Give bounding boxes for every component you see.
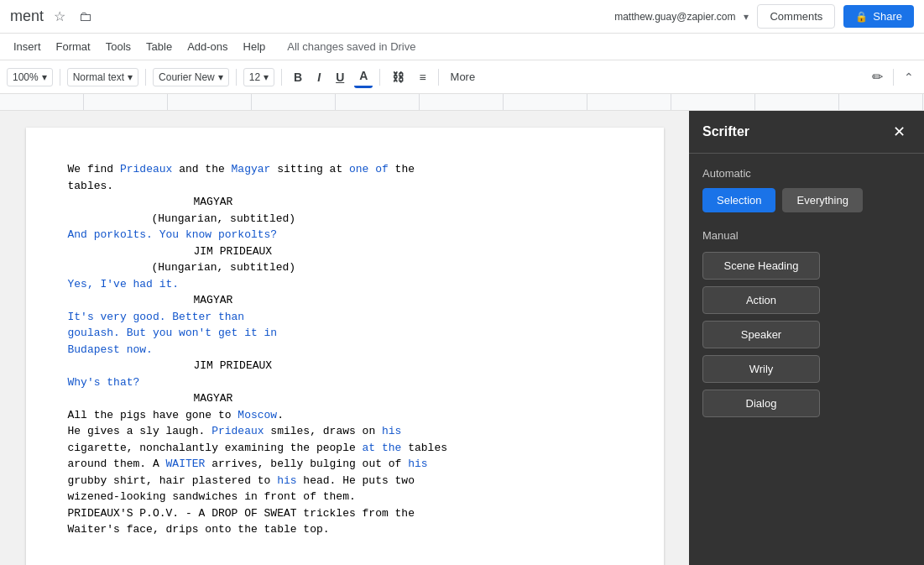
top-bar: ment ☆ 🗀 matthew.guay@zapier.com ▾ Comme… — [0, 0, 924, 34]
style-select[interactable]: Normal text ▾ — [67, 68, 138, 86]
doc-title: ment — [10, 8, 44, 25]
manual-buttons: Scene Heading Action Speaker Wrily Dialo… — [702, 252, 911, 417]
doc-line: (Hungarian, subtitled) — [152, 259, 622, 276]
folder-icon[interactable]: 🗀 — [76, 6, 96, 28]
doc-line: And porkolts. You know porkolts? — [68, 227, 622, 243]
top-bar-left: ment ☆ 🗀 — [10, 5, 96, 28]
doc-line: goulash. But you won't get it in — [68, 325, 622, 342]
sidebar-header: Scrifter ✕ — [689, 111, 924, 154]
doc-line: around them. A WAITER arrives, belly bul… — [68, 456, 622, 473]
doc-line: JIM PRIDEAUX — [194, 243, 622, 260]
menu-format[interactable]: Format — [50, 37, 97, 56]
automatic-label: Automatic — [702, 167, 911, 180]
doc-line: JIM PRIDEAUX — [194, 358, 622, 374]
sidebar-title: Scrifter — [702, 124, 749, 139]
ruler — [0, 94, 924, 111]
toolbar-divider-1 — [60, 69, 60, 86]
zoom-select[interactable]: 100% ▾ — [7, 68, 53, 86]
style-dropdown-icon: ▾ — [128, 71, 133, 83]
doc-line: wizened-looking sandwiches in front of t… — [68, 489, 622, 505]
doc-line: MAGYAR — [194, 390, 622, 407]
doc-line: tables. — [68, 178, 622, 195]
wrily-button[interactable]: Wrily — [702, 355, 820, 383]
everything-button[interactable]: Everything — [782, 188, 862, 212]
automatic-buttons: Selection Everything — [702, 188, 911, 212]
top-bar-right: matthew.guay@zapier.com ▾ Comments 🔒 Sha… — [614, 4, 914, 29]
toolbar-divider-5 — [379, 69, 380, 86]
doc-line: All the pigs have gone to Moscow. — [68, 407, 622, 424]
doc-line: MAGYAR — [194, 194, 622, 211]
selection-button[interactable]: Selection — [702, 188, 775, 212]
menu-addons[interactable]: Add-ons — [180, 37, 234, 56]
doc-line: (Hungarian, subtitled) — [152, 211, 622, 228]
font-dropdown-icon: ▾ — [218, 71, 223, 83]
pen-button[interactable]: ✏ — [869, 65, 886, 88]
share-label: Share — [873, 10, 902, 23]
size-dropdown-icon: ▾ — [264, 71, 269, 83]
underline-button[interactable]: U — [331, 67, 349, 87]
dropdown-icon: ▾ — [744, 11, 749, 23]
font-color-button[interactable]: A — [354, 65, 373, 88]
toolbar-divider-4 — [281, 69, 282, 86]
menu-table[interactable]: Table — [139, 37, 179, 56]
size-select[interactable]: 12 ▾ — [243, 68, 274, 86]
style-value: Normal text — [73, 71, 124, 83]
star-icon[interactable]: ☆ — [50, 5, 69, 28]
link-button[interactable]: ⛓ — [387, 67, 409, 87]
doc-line: Waiter's face, drips onto the table top. — [68, 521, 622, 538]
more-button[interactable]: More — [446, 67, 481, 86]
doc-line: Yes, I've had it. — [68, 276, 622, 293]
share-button[interactable]: 🔒 Share — [843, 5, 914, 28]
main-area: We find Prideaux and the Magyar sitting … — [0, 111, 924, 565]
doc-line: Why's that? — [68, 374, 622, 391]
doc-line: It's very good. Better than — [68, 309, 622, 326]
doc-line: PRIDEAUX'S P.O.V. - A DROP OF SWEAT tric… — [68, 505, 622, 522]
zoom-dropdown-icon: ▾ — [42, 71, 47, 83]
doc-line: grubby shirt, hair plastered to his head… — [68, 473, 622, 489]
manual-label: Manual — [702, 229, 911, 242]
doc-line: MAGYAR — [194, 292, 622, 309]
toolbar-divider-2 — [145, 69, 146, 86]
save-status: All changes saved in Drive — [287, 40, 415, 53]
toolbar-divider-6 — [438, 69, 439, 86]
user-email: matthew.guay@zapier.com — [614, 11, 735, 23]
dialog-button[interactable]: Dialog — [702, 390, 820, 417]
comments-button[interactable]: Comments — [757, 4, 835, 29]
zoom-value: 100% — [13, 71, 39, 83]
bold-button[interactable]: B — [289, 67, 307, 87]
menu-insert[interactable]: Insert — [7, 37, 48, 56]
sidebar-body: Automatic Selection Everything Manual Sc… — [689, 154, 924, 431]
menu-help[interactable]: Help — [237, 37, 273, 56]
menu-tools[interactable]: Tools — [99, 37, 138, 56]
toolbar-divider-7 — [893, 69, 894, 86]
sidebar-close-button[interactable]: ✕ — [888, 121, 911, 143]
doc-line: He gives a sly laugh. Prideaux smiles, d… — [68, 423, 622, 440]
lock-icon: 🔒 — [855, 11, 868, 23]
doc-line: We find Prideaux and the Magyar sitting … — [68, 161, 622, 178]
font-select[interactable]: Courier New ▾ — [153, 68, 229, 86]
document-area[interactable]: We find Prideaux and the Magyar sitting … — [0, 111, 689, 565]
speaker-button[interactable]: Speaker — [702, 321, 820, 348]
italic-button[interactable]: I — [312, 67, 326, 87]
list-button[interactable]: ≡ — [414, 67, 431, 87]
size-value: 12 — [249, 71, 260, 83]
scene-heading-button[interactable]: Scene Heading — [702, 252, 820, 280]
action-button[interactable]: Action — [702, 286, 820, 314]
menu-bar: Insert Format Tools Table Add-ons Help A… — [0, 34, 924, 60]
collapse-toolbar-button[interactable]: ⌃ — [901, 67, 917, 87]
document-page[interactable]: We find Prideaux and the Magyar sitting … — [26, 128, 664, 565]
sidebar: Scrifter ✕ Automatic Selection Everythin… — [689, 111, 924, 565]
doc-line: cigarette, nonchalantly examining the pe… — [68, 440, 622, 457]
font-value: Courier New — [159, 71, 215, 83]
ruler-background — [0, 94, 924, 110]
doc-line: Budapest now. — [68, 342, 622, 358]
toolbar-divider-3 — [236, 69, 237, 86]
toolbar: 100% ▾ Normal text ▾ Courier New ▾ 12 ▾ … — [0, 60, 924, 94]
